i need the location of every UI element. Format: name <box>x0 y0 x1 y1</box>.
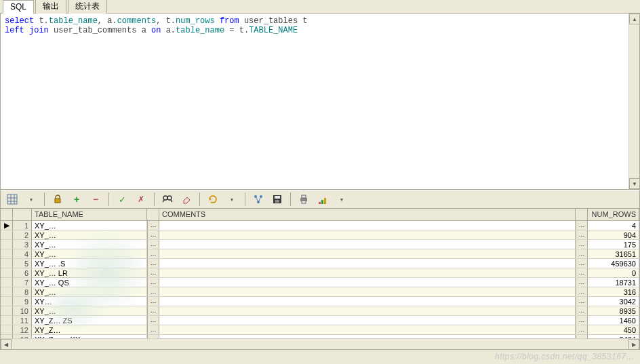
cell-edit-button[interactable]: … <box>147 221 159 230</box>
table-row[interactable]: ▶1XY_………4 <box>1 221 639 230</box>
cell-comments[interactable] <box>159 297 576 306</box>
cell-num-rows[interactable]: 1460 <box>588 316 639 325</box>
tab-output[interactable]: 输出 <box>35 0 66 14</box>
print-icon[interactable] <box>296 192 311 207</box>
cell-table-name[interactable]: XY_… <box>32 287 147 296</box>
table-row[interactable]: 10XY_………8935 <box>1 306 639 316</box>
cell-table-name[interactable]: XY_… <box>32 221 147 230</box>
cell-table-name[interactable]: XY_… .S <box>32 259 147 268</box>
cell-num-rows[interactable]: 31651 <box>588 249 639 258</box>
cell-edit-button[interactable]: … <box>576 259 588 268</box>
cell-table-name[interactable]: XY_… QS <box>32 278 147 287</box>
cell-edit-button[interactable]: … <box>576 287 588 296</box>
grid-body[interactable]: ▶1XY_………42XY_………9043XY_………1754XY_………3165… <box>1 221 639 344</box>
scroll-left-icon[interactable]: ◀ <box>1 339 12 350</box>
cell-table-name[interactable]: XY_… <box>32 240 147 249</box>
find-icon[interactable] <box>160 192 175 207</box>
cell-comments[interactable] <box>159 287 576 296</box>
scroll-right-icon[interactable]: ▶ <box>628 339 639 350</box>
tab-sql[interactable]: SQL <box>3 0 34 14</box>
table-row[interactable]: 9XY………3042 <box>1 297 639 306</box>
cell-table-name[interactable]: XY_… <box>32 249 147 258</box>
horizontal-scrollbar[interactable]: ◀ ▶ <box>1 338 639 349</box>
scroll-down-icon[interactable]: ▼ <box>629 178 640 189</box>
col-header-num-rows[interactable]: NUM_ROWS <box>588 209 639 220</box>
cell-num-rows[interactable]: 450 <box>588 325 639 334</box>
add-row-icon[interactable]: + <box>69 192 84 207</box>
table-row[interactable]: 8XY_………316 <box>1 287 639 297</box>
delete-row-icon[interactable]: − <box>88 192 103 207</box>
cell-comments[interactable] <box>159 259 576 268</box>
cell-comments[interactable] <box>159 221 576 230</box>
cell-edit-button[interactable]: … <box>147 306 159 315</box>
cell-edit-button[interactable]: … <box>576 278 588 287</box>
table-row[interactable]: 2XY_………904 <box>1 230 639 240</box>
cell-edit-button[interactable]: … <box>147 278 159 287</box>
cancel-edit-icon[interactable]: ✗ <box>134 192 148 207</box>
cell-edit-button[interactable]: … <box>147 325 159 334</box>
cell-edit-button[interactable]: … <box>147 240 159 249</box>
table-row[interactable]: 7XY_… QS……18731 <box>1 278 639 287</box>
table-row[interactable]: 11XY_Z… ZS……1460 <box>1 316 639 325</box>
cell-edit-button[interactable]: … <box>576 306 588 315</box>
table-row[interactable]: 4XY_………31651 <box>1 249 639 259</box>
grid-view-icon[interactable] <box>5 192 20 207</box>
cell-edit-button[interactable]: … <box>147 287 159 296</box>
cell-comments[interactable] <box>159 240 576 249</box>
export-icon[interactable] <box>315 192 330 207</box>
tab-stats[interactable]: 统计表 <box>68 0 107 14</box>
cell-num-rows[interactable]: 0 <box>588 268 639 277</box>
vertical-scrollbar[interactable]: ▲ ▼ <box>628 14 639 189</box>
cell-edit-button[interactable]: … <box>576 249 588 258</box>
cell-num-rows[interactable]: 316 <box>588 287 639 296</box>
cell-edit-button[interactable]: … <box>147 297 159 306</box>
cell-table-name[interactable]: XY_… LR <box>32 268 147 277</box>
col-header-table-name[interactable]: TABLE_NAME <box>32 209 147 220</box>
post-edit-icon[interactable]: ✓ <box>115 192 129 207</box>
erase-icon[interactable] <box>179 192 194 207</box>
cell-num-rows[interactable]: 175 <box>588 240 639 249</box>
cell-table-name[interactable]: XY_… <box>32 230 147 239</box>
cell-comments[interactable] <box>159 325 576 334</box>
cell-comments[interactable] <box>159 268 576 277</box>
cell-edit-button[interactable]: … <box>147 249 159 258</box>
table-row[interactable]: 12XY_Z………450 <box>1 325 639 335</box>
cell-num-rows[interactable]: 8935 <box>588 306 639 315</box>
cell-edit-button[interactable]: … <box>576 221 588 230</box>
cell-num-rows[interactable]: 18731 <box>588 278 639 287</box>
cell-table-name[interactable]: XY_Z… <box>32 325 147 334</box>
cell-edit-button[interactable]: … <box>576 297 588 306</box>
cell-edit-button[interactable]: … <box>147 230 159 239</box>
cell-comments[interactable] <box>159 278 576 287</box>
dropdown-export-icon[interactable]: ▾ <box>334 192 349 207</box>
refresh-icon[interactable] <box>205 192 220 207</box>
cell-num-rows[interactable]: 459630 <box>588 259 639 268</box>
dropdown-refresh-icon[interactable]: ▾ <box>224 192 239 207</box>
lock-icon[interactable] <box>50 192 65 207</box>
cell-comments[interactable] <box>159 230 576 239</box>
cell-num-rows[interactable]: 3042 <box>588 297 639 306</box>
cell-table-name[interactable]: XY… <box>32 297 147 306</box>
cell-edit-button[interactable]: … <box>576 230 588 239</box>
dropdown-grid-icon[interactable]: ▾ <box>24 192 39 207</box>
sql-editor[interactable]: select t.table_name, a.comments, t.num_r… <box>1 14 639 38</box>
cell-edit-button[interactable]: … <box>147 259 159 268</box>
table-row[interactable]: 6XY_… LR……0 <box>1 268 639 278</box>
scroll-up-icon[interactable]: ▲ <box>629 14 640 24</box>
table-row[interactable]: 3XY_………175 <box>1 240 639 249</box>
cell-edit-button[interactable]: … <box>576 316 588 325</box>
cell-num-rows[interactable]: 904 <box>588 230 639 239</box>
cell-comments[interactable] <box>159 249 576 258</box>
link-query-icon[interactable] <box>251 192 266 207</box>
cell-edit-button[interactable]: … <box>147 316 159 325</box>
cell-comments[interactable] <box>159 316 576 325</box>
save-icon[interactable] <box>270 192 285 207</box>
cell-table-name[interactable]: XY_… <box>32 306 147 315</box>
table-row[interactable]: 5XY_… .S……459630 <box>1 259 639 268</box>
cell-table-name[interactable]: XY_Z… ZS <box>32 316 147 325</box>
cell-edit-button[interactable]: … <box>147 268 159 277</box>
cell-edit-button[interactable]: … <box>576 240 588 249</box>
cell-num-rows[interactable]: 4 <box>588 221 639 230</box>
cell-edit-button[interactable]: … <box>576 325 588 334</box>
cell-edit-button[interactable]: … <box>576 268 588 277</box>
